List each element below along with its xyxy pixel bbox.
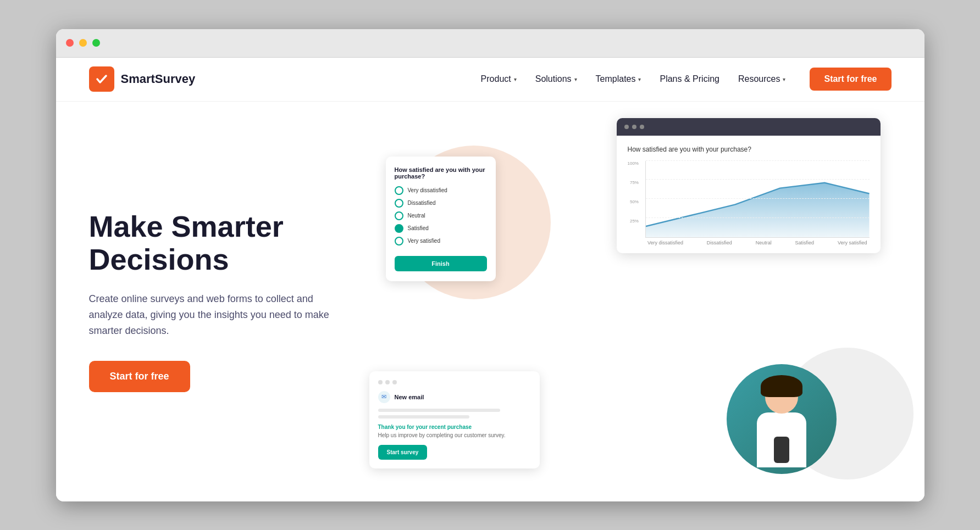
x-label-1: Dissatisfied — [707, 240, 732, 246]
x-label-2: Neutral — [756, 240, 772, 246]
nav-product-label: Product — [481, 74, 511, 84]
nav-item-solutions[interactable]: Solutions ▾ — [528, 70, 585, 88]
hero-heading: Make Smarter Decisions — [89, 210, 364, 276]
option-label-5: Very satisfied — [408, 238, 440, 244]
svg-marker-1 — [646, 182, 870, 237]
email-line-2 — [378, 415, 470, 419]
chart-window: How satisfied are you with your purchase… — [617, 118, 881, 253]
option-label-4: Satisfied — [408, 225, 429, 231]
survey-option-4: Satisfied — [395, 224, 487, 233]
y-label-25: 25% — [628, 219, 639, 224]
nav-plans-label: Plans & Pricing — [660, 74, 719, 84]
hero-visual: How satisfied are you with your purchase… — [364, 102, 892, 501]
svg-rect-0 — [94, 71, 109, 87]
chevron-down-icon: ▾ — [783, 76, 785, 82]
nav-item-plans-pricing[interactable]: Plans & Pricing — [652, 70, 727, 88]
survey-option-2: Dissatisfied — [395, 199, 487, 208]
titlebar-dot — [640, 125, 644, 129]
grid-line — [646, 217, 870, 218]
browser-window: SmartSurvey Product ▾ Solutions ▾ Templa… — [56, 29, 924, 501]
person-silhouette — [738, 375, 826, 474]
start-for-free-nav-button[interactable]: Start for free — [810, 68, 891, 91]
radio-icon-4 — [395, 224, 403, 233]
email-thank-text: Thank you for your recent purchase — [378, 424, 531, 430]
grid-line — [646, 179, 870, 180]
email-line-1 — [378, 409, 500, 412]
email-header: ✉ New email — [378, 391, 531, 403]
person-phone — [774, 437, 789, 463]
option-label-3: Neutral — [408, 213, 425, 219]
survey-option-5: Very satisfied — [395, 237, 487, 246]
finish-button[interactable]: Finish — [395, 256, 487, 271]
page-content: SmartSurvey Product ▾ Solutions ▾ Templa… — [56, 58, 924, 501]
x-label-3: Satisfied — [795, 240, 815, 246]
survey-option-1: Very dissatisfied — [395, 186, 487, 195]
email-dot-2 — [385, 380, 390, 384]
email-thank-label: Thank you for your recent purchase — [378, 424, 531, 430]
email-icon: ✉ — [378, 391, 390, 403]
chart-question: How satisfied are you with your purchase… — [628, 146, 870, 153]
chevron-down-icon: ▾ — [638, 76, 641, 82]
minimize-button-icon[interactable] — [79, 39, 87, 47]
email-card: ✉ New email Thank you for your recent pu… — [369, 371, 540, 468]
grid-line — [646, 198, 870, 199]
option-label-1: Very dissatisfied — [408, 187, 447, 193]
maximize-button-icon[interactable] — [92, 39, 100, 47]
logo-text: SmartSurvey — [121, 72, 196, 86]
titlebar-dot — [632, 125, 636, 129]
survey-option-3: Neutral — [395, 211, 487, 220]
person-head — [765, 381, 798, 414]
person-body — [757, 412, 806, 467]
chart-y-axis: 100% 75% 50% 25% — [628, 161, 641, 238]
email-titlebar — [378, 380, 531, 384]
chart-titlebar — [617, 118, 881, 136]
start-survey-button[interactable]: Start survey — [378, 445, 428, 460]
radio-icon-1 — [395, 186, 403, 195]
chevron-down-icon: ▾ — [514, 76, 517, 82]
radio-icon-5 — [395, 237, 403, 246]
x-label-0: Very dissatisfied — [647, 240, 683, 246]
logo-icon — [89, 66, 114, 92]
survey-question: How satisfied are you with your purchase… — [395, 166, 487, 180]
email-dot-1 — [378, 380, 383, 384]
survey-card: How satisfied are you with your purchase… — [386, 157, 496, 281]
start-for-free-hero-button[interactable]: Start for free — [89, 361, 190, 392]
hero-text-block: Make Smarter Decisions Create online sur… — [89, 210, 364, 392]
nav-item-product[interactable]: Product ▾ — [473, 70, 524, 88]
person-photo — [727, 364, 837, 474]
nav-resources-label: Resources — [738, 74, 780, 84]
hero-section: Make Smarter Decisions Create online sur… — [56, 102, 924, 501]
chart-svg — [646, 161, 870, 237]
chart-x-labels: Very dissatisfied Dissatisfied Neutral S… — [645, 240, 870, 246]
navbar: SmartSurvey Product ▾ Solutions ▾ Templa… — [56, 58, 924, 102]
person-hair — [761, 375, 802, 397]
nav-links: Product ▾ Solutions ▾ Templates ▾ Plans … — [473, 70, 794, 88]
nav-templates-label: Templates — [596, 74, 636, 84]
nav-solutions-label: Solutions — [535, 74, 572, 84]
email-body: Help us improve by completing our custom… — [378, 432, 531, 438]
nav-item-resources[interactable]: Resources ▾ — [730, 70, 793, 88]
chart-body: How satisfied are you with your purchase… — [617, 136, 881, 253]
chevron-down-icon: ▾ — [574, 76, 577, 82]
browser-chrome — [56, 29, 924, 58]
logo[interactable]: SmartSurvey — [89, 66, 196, 92]
radio-icon-3 — [395, 211, 403, 220]
y-label-50: 50% — [628, 199, 639, 204]
nav-item-templates[interactable]: Templates ▾ — [588, 70, 649, 88]
close-button-icon[interactable] — [66, 39, 74, 47]
chart-area-container: Very dissatisfied Dissatisfied Neutral S… — [645, 161, 870, 246]
email-dot-3 — [392, 380, 397, 384]
option-label-2: Dissatisfied — [408, 200, 436, 206]
chart-area — [645, 161, 870, 238]
grid-line — [646, 160, 870, 161]
titlebar-dot — [624, 125, 629, 129]
email-subject: New email — [395, 394, 424, 400]
y-label-75: 75% — [628, 180, 639, 185]
y-label-100: 100% — [628, 161, 639, 166]
hero-subtext: Create online surveys and web forms to c… — [89, 291, 331, 338]
radio-icon-2 — [395, 199, 403, 208]
x-label-4: Very satisfied — [838, 240, 867, 246]
